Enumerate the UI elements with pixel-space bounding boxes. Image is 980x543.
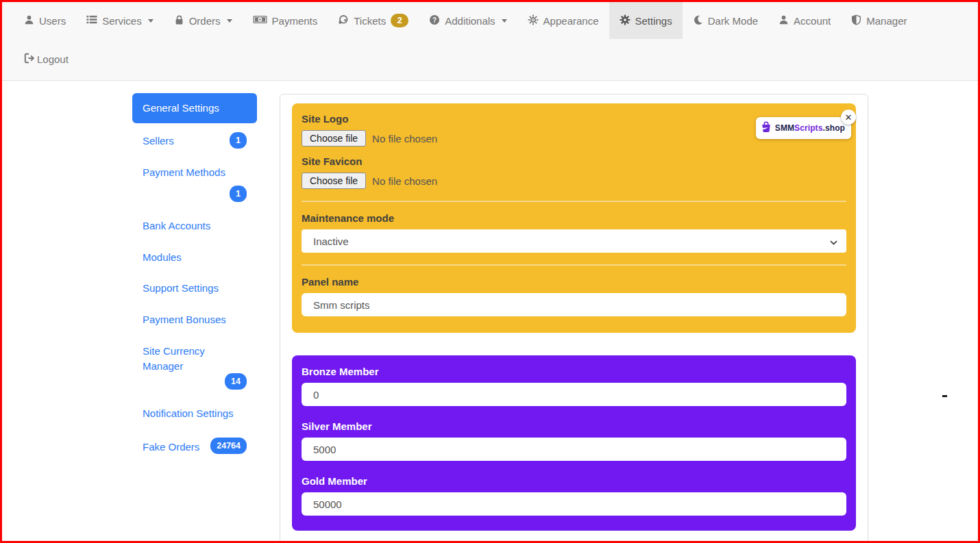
file-status-text: No file chosen xyxy=(372,133,437,144)
sidebar-item-general-settings[interactable]: General Settings xyxy=(132,93,257,123)
nav-item-label: Logout xyxy=(37,53,69,65)
sidebar-item-site-currency-manager[interactable]: Site Currency Manager 14 xyxy=(132,336,257,398)
top-navbar: Users Services Orders Payments Tickets 2 xyxy=(2,2,978,81)
nav-item-dark-mode[interactable]: Dark Mode xyxy=(683,2,768,39)
site-favicon-label: Site Favicon xyxy=(302,155,846,167)
nav-item-label: Settings xyxy=(635,15,672,27)
gold-member-label: Gold Member xyxy=(302,475,846,487)
badge-row: 1 xyxy=(143,186,247,202)
site-favicon-file-input: Choose file No file chosen xyxy=(302,173,846,189)
caret-down-icon xyxy=(148,19,154,23)
nav-item-logout[interactable]: Logout xyxy=(14,39,79,79)
appearance-gear-icon xyxy=(528,14,539,27)
count-badge: 1 xyxy=(230,132,247,149)
gold-member-input[interactable] xyxy=(302,492,846,516)
nav-item-label: Appearance xyxy=(543,15,599,27)
count-badge: 1 xyxy=(230,186,247,202)
headset-icon xyxy=(338,14,349,27)
smmscripts-watermark: SMMScripts.shop ✕ xyxy=(756,117,851,139)
sidebar-item-label: Modules xyxy=(143,250,182,265)
nav-item-label: Manager xyxy=(866,15,907,27)
watermark-text: SMMScripts.shop xyxy=(775,123,845,133)
sidebar-item-label: Payment Methods xyxy=(143,165,225,180)
nav-item-appearance[interactable]: Appearance xyxy=(517,2,609,39)
nav-item-manager[interactable]: Manager xyxy=(841,2,917,39)
sidebar-item-sellers[interactable]: Sellers 1 xyxy=(132,125,257,156)
nav-item-additionals[interactable]: ? Additionals xyxy=(419,2,517,39)
count-badge: 14 xyxy=(225,373,247,390)
nav-item-label: Users xyxy=(39,15,66,27)
money-icon xyxy=(253,14,267,27)
close-icon[interactable]: ✕ xyxy=(841,110,856,125)
stray-mark xyxy=(942,395,947,397)
settings-page: Users Services Orders Payments Tickets 2 xyxy=(2,2,978,541)
sidebar-item-label: Fake Orders xyxy=(143,440,199,455)
sidebar-item-payment-bonuses[interactable]: Payment Bonuses xyxy=(132,305,257,335)
nav-item-label: Tickets xyxy=(354,15,386,27)
nav-item-label: Services xyxy=(102,15,142,27)
silver-member-input[interactable] xyxy=(302,438,846,461)
sidebar-item-label: Bank Accounts xyxy=(143,218,210,233)
nav-item-label: Orders xyxy=(189,15,221,27)
bronze-member-label: Bronze Member xyxy=(302,366,846,377)
sidebar-item-label: Notification Settings xyxy=(143,406,234,421)
panel-name-label: Panel name xyxy=(302,276,846,288)
sidebar-item-bank-accounts[interactable]: Bank Accounts xyxy=(132,211,257,241)
user-icon xyxy=(779,14,789,27)
shopping-bag-icon xyxy=(760,121,772,136)
nav-item-payments[interactable]: Payments xyxy=(243,2,328,39)
file-status-text: No file chosen xyxy=(372,175,437,187)
nav-item-users[interactable]: Users xyxy=(14,2,76,39)
maintenance-mode-label: Maintenance mode xyxy=(302,212,846,224)
user-icon xyxy=(24,14,34,27)
divider xyxy=(302,264,846,266)
navbar-row-main: Users Services Orders Payments Tickets 2 xyxy=(2,2,978,39)
sidebar-item-label: Payment Bonuses xyxy=(143,312,226,327)
nav-item-label: Additionals xyxy=(445,15,495,27)
nav-item-label: Account xyxy=(794,15,831,27)
sidebar-item-payment-methods[interactable]: Payment Methods 1 xyxy=(132,157,257,210)
svg-text:?: ? xyxy=(432,16,437,23)
divider xyxy=(302,201,846,202)
moon-icon xyxy=(693,14,703,27)
nav-item-orders[interactable]: Orders xyxy=(164,2,243,39)
nav-item-tickets[interactable]: Tickets 2 xyxy=(328,2,419,39)
maintenance-mode-select[interactable]: Inactive xyxy=(302,229,846,253)
lock-icon xyxy=(174,14,184,27)
general-settings-card: SMMScripts.shop ✕ Site Logo Choose file … xyxy=(280,94,868,543)
sidebar-item-label: Sellers xyxy=(143,134,174,149)
list-icon xyxy=(86,14,97,27)
nav-item-label: Payments xyxy=(272,15,318,27)
nav-item-settings[interactable]: Settings xyxy=(609,2,683,39)
chevron-down-icon xyxy=(830,236,837,247)
sidebar-item-notification-settings[interactable]: Notification Settings xyxy=(132,399,257,429)
caret-down-icon xyxy=(227,19,232,23)
sidebar-item-label: Site Currency Manager xyxy=(143,344,247,374)
sidebar-item-fake-orders[interactable]: Fake Orders 24764 xyxy=(132,430,257,462)
panel-name-input[interactable] xyxy=(302,293,846,316)
nav-item-account[interactable]: Account xyxy=(768,2,841,39)
settings-sidebar: General Settings Sellers 1 Payment Metho… xyxy=(132,93,257,463)
shield-icon xyxy=(851,14,861,27)
count-badge: 24764 xyxy=(210,438,247,454)
bronze-member-input[interactable] xyxy=(302,383,846,406)
sidebar-item-label: Support Settings xyxy=(143,281,219,296)
choose-file-button[interactable]: Choose file xyxy=(302,173,366,189)
nav-item-services[interactable]: Services xyxy=(76,2,164,39)
caret-down-icon xyxy=(502,19,507,23)
selected-option: Inactive xyxy=(313,236,349,247)
logout-icon xyxy=(24,53,36,66)
choose-file-button[interactable]: Choose file xyxy=(302,130,366,147)
member-levels-panel: Bronze Member Silver Member Gold Member xyxy=(292,355,856,531)
sidebar-item-modules[interactable]: Modules xyxy=(132,242,257,273)
navbar-row-logout: Logout xyxy=(2,39,978,79)
nav-item-label: Dark Mode xyxy=(708,15,758,27)
tickets-count-badge: 2 xyxy=(391,14,408,27)
sidebar-item-support-settings[interactable]: Support Settings xyxy=(132,273,257,303)
gear-icon xyxy=(620,14,630,27)
sidebar-item-label: General Settings xyxy=(143,101,219,116)
silver-member-label: Silver Member xyxy=(302,420,846,432)
question-circle-icon: ? xyxy=(429,14,440,27)
